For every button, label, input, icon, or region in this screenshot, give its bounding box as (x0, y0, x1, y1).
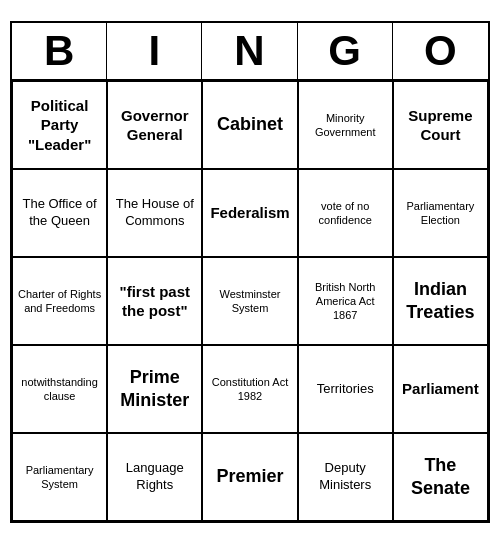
bingo-letter-o: O (393, 23, 488, 79)
bingo-cell-4: Supreme Court (393, 81, 488, 169)
bingo-letter-g: G (298, 23, 393, 79)
bingo-cell-9: Parliamentary Election (393, 169, 488, 257)
bingo-cell-15: notwithstanding clause (12, 345, 107, 433)
bingo-cell-7: Federalism (202, 169, 297, 257)
bingo-cell-3: Minority Government (298, 81, 393, 169)
bingo-cell-20: Parliamentary System (12, 433, 107, 521)
bingo-card: BINGO Political Party "Leader"Governor G… (10, 21, 490, 523)
bingo-letter-i: I (107, 23, 202, 79)
bingo-cell-18: Territories (298, 345, 393, 433)
bingo-cell-14: Indian Treaties (393, 257, 488, 345)
bingo-cell-13: British North America Act 1867 (298, 257, 393, 345)
bingo-cell-8: vote of no confidence (298, 169, 393, 257)
bingo-cell-0: Political Party "Leader" (12, 81, 107, 169)
bingo-cell-16: Prime Minister (107, 345, 202, 433)
bingo-cell-11: "first past the post" (107, 257, 202, 345)
bingo-cell-19: Parliament (393, 345, 488, 433)
bingo-cell-22: Premier (202, 433, 297, 521)
bingo-letter-b: B (12, 23, 107, 79)
bingo-cell-24: The Senate (393, 433, 488, 521)
bingo-cell-23: Deputy Ministers (298, 433, 393, 521)
bingo-cell-5: The Office of the Queen (12, 169, 107, 257)
bingo-cell-6: The House of Commons (107, 169, 202, 257)
bingo-cell-12: Westminster System (202, 257, 297, 345)
bingo-grid: Political Party "Leader"Governor General… (12, 81, 488, 521)
bingo-cell-17: Constitution Act 1982 (202, 345, 297, 433)
bingo-cell-21: Language Rights (107, 433, 202, 521)
bingo-header: BINGO (12, 23, 488, 81)
bingo-cell-2: Cabinet (202, 81, 297, 169)
bingo-letter-n: N (202, 23, 297, 79)
bingo-cell-1: Governor General (107, 81, 202, 169)
bingo-cell-10: Charter of Rights and Freedoms (12, 257, 107, 345)
